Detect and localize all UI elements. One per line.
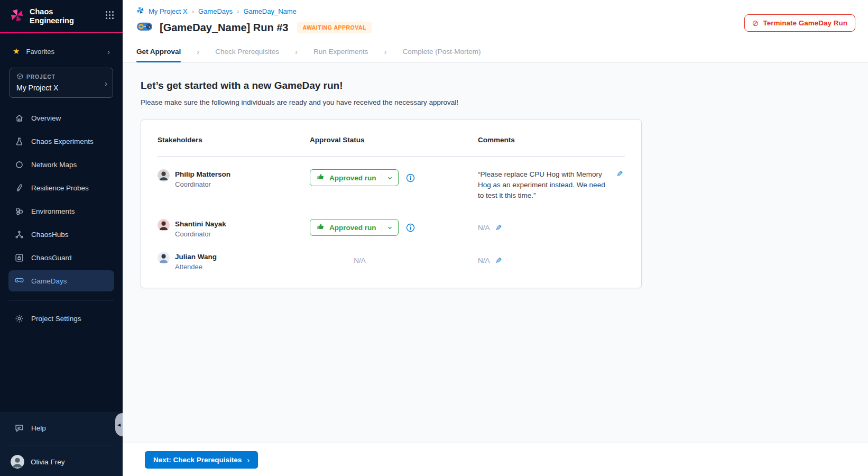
status-badge: AWAITING APPROVAL — [297, 22, 372, 33]
avatar — [158, 169, 170, 181]
avatar — [158, 219, 170, 231]
sidebar-item-chaosguard[interactable]: ChaosGuard — [8, 247, 114, 268]
chevron-down-icon — [387, 175, 393, 181]
next-check-prerequisites-button[interactable]: Next: Check Prerequisites › — [145, 451, 258, 469]
tab-get-approval[interactable]: Get Approval — [136, 41, 181, 62]
approval-cell: N/A — [310, 252, 478, 264]
project-selector[interactable]: PROJECT My Project X › — [10, 68, 113, 98]
page-header: My Project X › GameDays › GameDay_Name — [123, 0, 868, 63]
sidebar-item-overview[interactable]: Overview — [8, 107, 114, 129]
sidebar-item-resilience-probes[interactable]: Resilience Probes — [8, 177, 114, 198]
approval-cell: Approved run — [310, 219, 478, 236]
step-label: Complete (Post-Mortem) — [403, 48, 481, 56]
user-name: Olivia Frey — [31, 458, 65, 466]
main-panel: Let’s get started with a new GameDay run… — [123, 63, 868, 443]
sidebar-item-network-maps[interactable]: Network Maps — [8, 154, 114, 175]
home-icon — [15, 114, 24, 123]
project-label: PROJECT — [26, 74, 56, 80]
comment-cell: N/A ✎ — [478, 252, 625, 264]
approval-status-dropdown[interactable]: Approved run — [310, 169, 399, 186]
pencil-icon[interactable]: ✎ — [495, 224, 502, 232]
table-row: Shantini Nayak Coordinator Approved r — [158, 219, 625, 238]
button-divider — [382, 223, 382, 232]
sidebar-nav: Overview Chaos Experiments Network Maps — [0, 107, 123, 294]
footer-bar: Next: Check Prerequisites › — [123, 443, 868, 476]
approval-status-label: Approved run — [329, 174, 376, 182]
sidebar-divider — [8, 445, 114, 445]
flask-icon — [15, 137, 24, 146]
app-title: Chaos Engineering — [30, 7, 80, 25]
table-header-row: Stakeholders Approval Status Comments — [158, 136, 625, 157]
page-title: [GameDay_Name] Run #3 — [160, 22, 288, 34]
title-row: [GameDay_Name] Run #3 AWAITING APPROVAL … — [136, 21, 855, 34]
button-divider — [382, 173, 382, 182]
lock-icon — [15, 253, 24, 262]
circle-icon — [15, 160, 24, 169]
breadcrumb-link-gameday-name[interactable]: GameDay_Name — [243, 7, 296, 15]
stakeholders-card: Stakeholders Approval Status Comments — [141, 120, 642, 288]
sidebar-item-chaos-experiments[interactable]: Chaos Experiments — [8, 131, 114, 152]
project-selector-tag: PROJECT — [16, 73, 106, 81]
nav-label: Overview — [31, 114, 61, 122]
chevron-right-icon: › — [197, 41, 199, 62]
sidebar-divider — [8, 300, 114, 300]
sidebar-item-help[interactable]: Help — [8, 417, 114, 438]
tab-run-experiments[interactable]: Run Experiments — [313, 41, 368, 62]
stakeholder-cell: Julian Wang Attendee — [158, 252, 310, 271]
breadcrumb-link-project[interactable]: My Project X — [149, 7, 188, 15]
sidebar-collapse-button[interactable]: ◀ — [115, 413, 123, 436]
section-heading: Let’s get started with a new GameDay run… — [141, 80, 868, 91]
user-menu[interactable]: Olivia Frey — [0, 447, 123, 476]
star-icon: ★ — [13, 47, 20, 56]
terminate-gameday-run-button[interactable]: ⊘ Terminate GameDay Run — [744, 14, 855, 32]
comment-cell: “Please replace CPU Hog with Memory Hog … — [478, 169, 625, 201]
chevron-right-icon: › — [105, 79, 107, 87]
module-grid-icon[interactable] — [105, 11, 114, 22]
stakeholder-role: Coordinator — [175, 230, 226, 238]
step-label: Check Prerequisites — [215, 48, 279, 56]
tab-complete-post-mortem[interactable]: Complete (Post-Mortem) — [403, 41, 481, 62]
nav-label: Environments — [31, 207, 75, 215]
stakeholder-cell: Shantini Nayak Coordinator — [158, 219, 310, 238]
comment-cell: N/A ✎ — [478, 219, 625, 232]
sidebar-item-project-settings[interactable]: Project Settings — [8, 308, 114, 329]
column-header-approval-status: Approval Status — [310, 136, 478, 144]
stakeholder-role: Attendee — [175, 263, 217, 271]
approval-status-dropdown[interactable]: Approved run — [310, 219, 399, 236]
approval-status-label: Approved run — [329, 224, 376, 232]
brand-divider — [0, 32, 123, 33]
nav-label: Network Maps — [31, 161, 77, 169]
chevron-right-icon: › — [237, 7, 239, 15]
probe-icon — [15, 184, 24, 193]
approval-na: N/A — [310, 257, 410, 264]
column-header-comments: Comments — [478, 136, 625, 144]
step-label: Run Experiments — [313, 48, 368, 56]
chevron-left-icon: ◀ — [117, 423, 121, 427]
tab-check-prerequisites[interactable]: Check Prerequisites — [215, 41, 279, 62]
help-chat-icon — [15, 424, 24, 433]
chevron-down-icon — [387, 225, 393, 231]
breadcrumb-link-gamedays[interactable]: GameDays — [198, 7, 233, 15]
table-row: Julian Wang Attendee N/A N/A ✎ — [158, 252, 625, 271]
chevron-right-icon: › — [192, 7, 194, 15]
pencil-icon[interactable]: ✎ — [616, 170, 623, 178]
comment-text: “Please replace CPU Hog with Memory Hog … — [478, 169, 611, 201]
sidebar-item-chaoshubs[interactable]: ChaosHubs — [8, 224, 114, 245]
favorites-label: Favorites — [26, 48, 54, 56]
info-circle-icon[interactable] — [406, 173, 415, 182]
sidebar-item-gamedays[interactable]: GameDays — [8, 270, 114, 291]
info-circle-icon[interactable] — [406, 223, 415, 232]
section-subheading: Please make sure the following individua… — [141, 98, 868, 106]
sidebar-bottom: Help Olivia Frey — [0, 412, 123, 476]
nav-label: Project Settings — [31, 315, 81, 323]
terminate-label: Terminate GameDay Run — [763, 19, 847, 27]
no-entry-icon: ⊘ — [752, 19, 759, 28]
sidebar-item-environments[interactable]: Environments — [8, 200, 114, 222]
environments-icon — [15, 207, 24, 216]
stakeholder-cell: Philip Matterson Coordinator — [158, 169, 310, 188]
cube-icon — [16, 73, 23, 81]
sidebar-item-favorites[interactable]: ★ Favorites › — [7, 43, 115, 59]
stakeholder-name: Philip Matterson — [175, 170, 230, 178]
project-name: My Project X — [16, 84, 106, 92]
pencil-icon[interactable]: ✎ — [495, 257, 502, 264]
